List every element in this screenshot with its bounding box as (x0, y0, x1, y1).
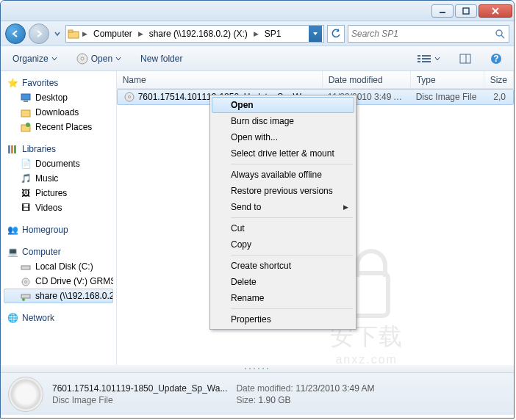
details-filename: 7601.17514.101119-1850_Update_Sp_Wa... (52, 383, 227, 394)
ctx-sep (231, 255, 353, 256)
ctx-sep (231, 164, 353, 164)
open-button[interactable]: Open (71, 51, 127, 67)
svg-rect-14 (418, 61, 420, 62)
svg-rect-22 (21, 110, 30, 117)
tree-recent[interactable]: Recent Places (4, 120, 113, 134)
back-button[interactable] (5, 23, 26, 44)
search-box[interactable] (348, 25, 509, 43)
search-icon[interactable] (494, 28, 506, 40)
refresh-button[interactable] (327, 25, 345, 43)
maximize-button[interactable] (455, 4, 477, 18)
svg-point-9 (81, 57, 84, 60)
tree-music[interactable]: 🎵Music (4, 171, 113, 186)
ctx-send-to[interactable]: Send to▶ (212, 199, 354, 215)
ctx-restore[interactable]: Restore previous versions (212, 183, 354, 199)
organize-button[interactable]: Organize (7, 51, 63, 66)
svg-rect-10 (418, 55, 420, 57)
svg-point-38 (258, 368, 259, 369)
ctx-sep (231, 217, 353, 218)
tree-videos[interactable]: 🎞Videos (4, 200, 113, 215)
col-size[interactable]: Size (484, 71, 514, 88)
disc-icon (76, 53, 88, 65)
history-dropdown[interactable] (52, 25, 62, 43)
col-type[interactable]: Type (411, 71, 484, 88)
homegroup-icon: 👥 (7, 224, 18, 236)
svg-rect-5 (68, 30, 73, 32)
nav-row: ▶ Computer ▶ share (\\192.168.0.2) (X:) … (1, 21, 514, 46)
ctx-open-with[interactable]: Open with... (212, 129, 354, 145)
svg-rect-16 (460, 54, 470, 63)
ctx-burn[interactable]: Burn disc image (212, 113, 354, 129)
svg-point-39 (262, 368, 264, 369)
tree-documents[interactable]: 📄Documents (4, 156, 113, 171)
details-size: Size: 1.90 GB (236, 395, 374, 405)
breadcrumb-sp1[interactable]: SP1 (262, 27, 284, 40)
preview-pane-button[interactable] (454, 51, 477, 66)
search-input[interactable] (351, 29, 494, 39)
chevron-right-icon[interactable]: ▶ (138, 30, 143, 37)
chevron-right-icon[interactable]: ▶ (254, 30, 259, 37)
ctx-copy[interactable]: Copy (212, 236, 354, 253)
chevron-right-icon: ▶ (343, 203, 348, 211)
svg-rect-31 (21, 294, 30, 298)
tree-pictures[interactable]: 🖼Pictures (4, 186, 113, 200)
resize-grip[interactable] (1, 365, 514, 372)
view-options-button[interactable] (411, 51, 446, 66)
minimize-button[interactable] (431, 4, 454, 18)
details-date: Date modified: 11/23/2010 3:49 AM (236, 383, 374, 394)
details-filetype: Disc Image File (52, 395, 227, 405)
forward-button[interactable] (29, 23, 49, 44)
ctx-rename[interactable]: Rename (212, 290, 354, 306)
tree-favorites[interactable]: ⭐Favorites (4, 76, 113, 90)
close-button[interactable] (479, 4, 512, 18)
svg-point-37 (254, 368, 255, 369)
ctx-open[interactable]: Open (212, 97, 354, 113)
svg-rect-15 (422, 61, 431, 62)
breadcrumb-share[interactable]: share (\\192.168.0.2) (X:) (146, 27, 251, 40)
tree-local-disk[interactable]: Local Disk (C:) (4, 259, 113, 274)
svg-point-32 (22, 298, 25, 301)
col-date[interactable]: Date modified (323, 71, 411, 88)
svg-point-36 (249, 368, 251, 369)
ctx-shortcut[interactable]: Create shortcut (212, 258, 354, 274)
svg-point-30 (25, 281, 27, 283)
help-button[interactable]: ? (484, 51, 508, 67)
breadcrumb-computer[interactable]: Computer (90, 27, 135, 40)
tree-downloads[interactable]: Downloads (4, 105, 113, 120)
tree-libraries[interactable]: Libraries (4, 142, 113, 156)
ctx-delete[interactable]: Delete (212, 274, 354, 290)
toolbar: Organize Open New folder ? (1, 46, 514, 71)
file-type: Disc Image File (410, 92, 484, 102)
ctx-sep (231, 308, 353, 309)
file-size: 2,0 (484, 92, 513, 102)
computer-icon: 💻 (7, 246, 18, 258)
tree-network[interactable]: 🌐Network (4, 311, 113, 325)
svg-rect-25 (8, 145, 10, 153)
ctx-mount[interactable]: Select drive letter & mount (212, 145, 354, 162)
new-folder-button[interactable]: New folder (135, 51, 188, 66)
ctx-cut[interactable]: Cut (212, 220, 354, 236)
svg-rect-20 (21, 94, 30, 100)
chevron-right-icon[interactable]: ▶ (82, 30, 87, 37)
tree-cd-drive[interactable]: CD Drive (V:) GRMSP1 (4, 274, 113, 289)
column-headers: Name Date modified Type Size (117, 71, 514, 89)
tree-network-share[interactable]: share (\\192.168.0.2) (4, 289, 113, 303)
star-icon: ⭐ (7, 77, 18, 89)
libraries-icon (7, 143, 18, 155)
context-menu: Open Burn disc image Open with... Select… (209, 95, 356, 330)
cd-icon (20, 275, 32, 287)
ctx-properties[interactable]: Properties (212, 311, 354, 327)
disc-image-icon (8, 377, 43, 412)
svg-point-6 (496, 30, 502, 36)
svg-point-34 (128, 96, 130, 98)
svg-text:?: ? (493, 54, 498, 64)
ctx-offline[interactable]: Always available offline (212, 167, 354, 183)
folder-icon (68, 28, 79, 40)
address-bar[interactable]: ▶ Computer ▶ share (\\192.168.0.2) (X:) … (65, 25, 324, 43)
tree-desktop[interactable]: Desktop (4, 90, 113, 105)
tree-computer[interactable]: 💻Computer (4, 245, 113, 259)
col-name[interactable]: Name (117, 71, 323, 88)
tree-homegroup[interactable]: 👥Homegroup (4, 222, 113, 237)
address-dropdown[interactable] (309, 26, 322, 42)
svg-rect-1 (463, 8, 469, 14)
